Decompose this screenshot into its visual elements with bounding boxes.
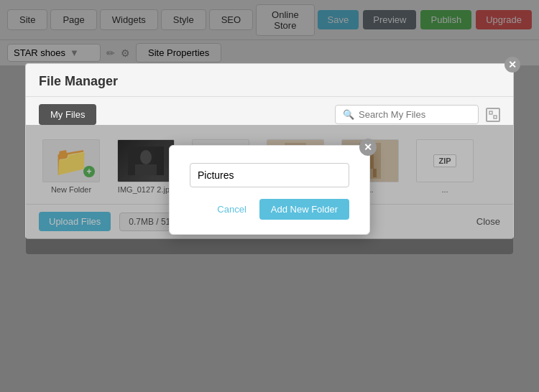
- new-folder-dialog-close-button[interactable]: ✕: [359, 139, 377, 156]
- search-input[interactable]: [359, 109, 471, 120]
- fullscreen-icon[interactable]: [486, 108, 500, 122]
- svg-rect-1: [494, 116, 497, 118]
- svg-rect-0: [489, 111, 492, 114]
- new-folder-dialog: ✕ Cancel Add New Folder: [169, 145, 370, 235]
- file-manager-close-button[interactable]: ✕: [505, 57, 520, 73]
- cancel-button[interactable]: Cancel: [211, 200, 252, 219]
- file-manager-modal: ✕ File Manager My Files 🔍: [25, 63, 514, 239]
- file-manager-header: File Manager: [26, 64, 513, 97]
- file-manager-overlay: ✕ File Manager My Files 🔍: [0, 0, 539, 392]
- search-box: 🔍: [335, 105, 479, 124]
- file-manager-title: File Manager: [39, 74, 118, 89]
- new-folder-dialog-overlay: ✕ Cancel Add New Folder: [26, 125, 513, 254]
- dialog-actions: Cancel Add New Folder: [190, 199, 349, 220]
- search-icon: 🔍: [343, 109, 354, 120]
- my-files-button[interactable]: My Files: [39, 104, 96, 125]
- files-grid: 📁 + New Folder IMG_0127 2.jpg: [26, 132, 513, 204]
- add-new-folder-button[interactable]: Add New Folder: [259, 199, 349, 220]
- folder-name-input[interactable]: [190, 163, 349, 187]
